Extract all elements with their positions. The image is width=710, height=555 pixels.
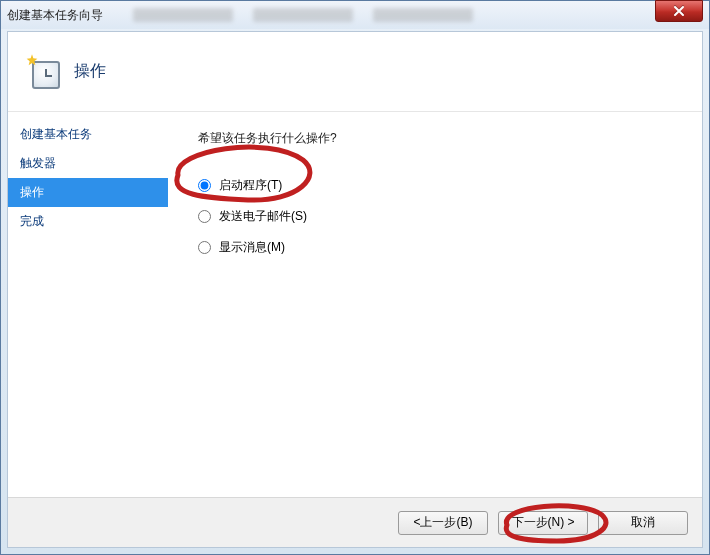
page-title: 操作 — [74, 61, 106, 82]
radio-send-email[interactable] — [198, 210, 211, 223]
sidebar-item-action[interactable]: 操作 — [8, 178, 168, 207]
radio-start-program[interactable] — [198, 179, 211, 192]
close-button[interactable] — [655, 0, 703, 22]
cancel-button[interactable]: 取消 — [598, 511, 688, 535]
background-blur — [133, 8, 703, 22]
sidebar-item-create-task[interactable]: 创建基本任务 — [8, 120, 168, 149]
option-show-message[interactable]: 显示消息(M) — [198, 239, 682, 256]
next-button[interactable]: 下一步(N) > — [498, 511, 588, 535]
client-area: 操作 创建基本任务 触发器 操作 完成 希望该任务执行什么操作? 启动程序(T)… — [7, 31, 703, 548]
radio-show-message[interactable] — [198, 241, 211, 254]
radio-label[interactable]: 发送电子邮件(S) — [219, 208, 307, 225]
close-icon — [673, 5, 685, 17]
option-send-email[interactable]: 发送电子邮件(S) — [198, 208, 682, 225]
option-start-program[interactable]: 启动程序(T) — [198, 177, 682, 194]
prompt-text: 希望该任务执行什么操作? — [198, 130, 682, 147]
wizard-window: 创建基本任务向导 操作 创建基本任务 触发器 操作 完成 希望该任务执行什么操 — [0, 0, 710, 555]
content-pane: 希望该任务执行什么操作? 启动程序(T) 发送电子邮件(S) 显示消息(M) — [168, 112, 702, 497]
back-button[interactable]: <上一步(B) — [398, 511, 488, 535]
sidebar-item-finish[interactable]: 完成 — [8, 207, 168, 236]
radio-label[interactable]: 启动程序(T) — [219, 177, 282, 194]
wizard-footer: <上一步(B) 下一步(N) > 取消 — [8, 497, 702, 547]
radio-label[interactable]: 显示消息(M) — [219, 239, 285, 256]
window-title: 创建基本任务向导 — [7, 7, 103, 24]
sidebar: 创建基本任务 触发器 操作 完成 — [8, 112, 168, 497]
titlebar: 创建基本任务向导 — [1, 1, 709, 29]
wizard-icon — [26, 55, 60, 89]
wizard-body: 创建基本任务 触发器 操作 完成 希望该任务执行什么操作? 启动程序(T) 发送… — [8, 112, 702, 497]
sidebar-item-trigger[interactable]: 触发器 — [8, 149, 168, 178]
wizard-header: 操作 — [8, 32, 702, 112]
